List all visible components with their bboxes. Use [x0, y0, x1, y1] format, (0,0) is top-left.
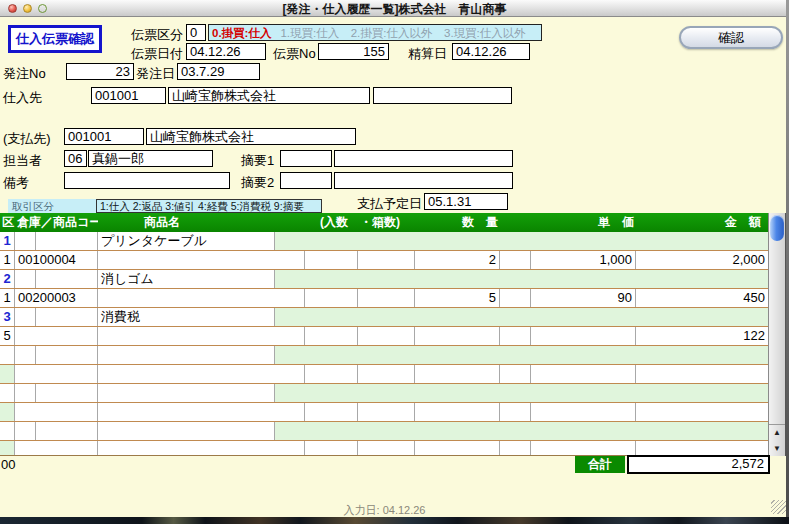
slip-no-field[interactable]: 155 [318, 43, 389, 60]
pay-due-date-label: 支払予定日 [357, 195, 422, 213]
cell-warehouse [15, 270, 36, 288]
header-warehouse-code: 倉庫／商品コード [15, 213, 98, 232]
cell-code: 00200003 [15, 289, 98, 307]
cell-unit [500, 289, 531, 307]
table-row-group[interactable]: 3消費税 [0, 308, 768, 327]
cell-product-name [98, 422, 275, 440]
cell-unit [500, 251, 531, 269]
cell-amount-area [275, 346, 768, 364]
table-row-group[interactable] [0, 422, 768, 441]
cell-pack-box [358, 365, 415, 383]
cell-warehouse [15, 384, 36, 402]
cell-qty [415, 365, 500, 383]
memo-field[interactable] [64, 172, 230, 189]
table-row-detail[interactable]: 100200003590450 [0, 289, 768, 308]
cell-qty: 5 [415, 289, 500, 307]
header-qty: 数 量 [415, 213, 500, 232]
cell-code [36, 422, 98, 440]
summary1-text-field[interactable] [334, 150, 513, 167]
txn-type-legend-label: 取引区分 [8, 199, 96, 213]
table-row-detail[interactable] [0, 403, 768, 422]
cell-kbn [0, 384, 15, 402]
cell-kbn [0, 441, 15, 456]
supplier-extra-field[interactable] [373, 87, 512, 104]
header-price: 単 価 [531, 213, 636, 232]
header-kbn: 区 [0, 213, 15, 232]
cell-pack-box [358, 403, 415, 421]
supplier-code-field[interactable]: 001001 [91, 87, 166, 104]
table-row-group[interactable]: 1プリンタケーブル [0, 232, 768, 251]
summary2-text-field[interactable] [334, 172, 513, 189]
order-date-label: 発注日 [136, 65, 175, 83]
summary1-code-field[interactable] [280, 150, 332, 167]
cell-kbn: 5 [0, 327, 15, 345]
cell-code [15, 441, 98, 456]
cell-code [15, 327, 98, 345]
summary1-label: 摘要1 [241, 152, 274, 170]
order-date-field[interactable]: 03.7.29 [177, 63, 260, 80]
scrollbar-thumb[interactable] [770, 215, 784, 241]
cell-pack-in [305, 441, 358, 456]
supplier-name-field[interactable]: 山崎宝飾株式会社 [168, 87, 370, 104]
confirm-button[interactable]: 確認 [679, 26, 783, 49]
staff-name-field[interactable]: 真鍋一郎 [88, 150, 213, 167]
cell-warehouse [15, 232, 36, 250]
table-row-group[interactable] [0, 346, 768, 365]
payee-name-field[interactable]: 山崎宝飾株式会社 [146, 128, 356, 145]
cell-warehouse [15, 422, 36, 440]
settle-date-field[interactable]: 04.12.26 [452, 43, 530, 60]
settle-date-label: 精算日 [408, 45, 447, 63]
cell-kbn [0, 365, 15, 383]
table-row-detail[interactable]: 10010000421,0002,000 [0, 251, 768, 270]
pay-due-date-field[interactable]: 05.1.31 [424, 193, 508, 210]
cell-pack-in [305, 403, 358, 421]
cell-code [36, 270, 98, 288]
slip-type-field[interactable]: 0 [186, 24, 206, 41]
txn-type-legend-options: 1:仕入 2:返品 3:値引 4:経費 5:消費税 9:摘要 [96, 199, 322, 213]
cell-price [531, 365, 636, 383]
line-items-table: 区 倉庫／商品コード 商品名 (入数 ・箱数) 数 量 単 価 金 額 1プリン… [0, 213, 768, 456]
cell-amount-area [275, 422, 768, 440]
cell-amount [636, 365, 768, 383]
cell-product-name: プリンタケーブル [98, 232, 275, 250]
cell-kbn [0, 403, 15, 421]
staff-code-field[interactable]: 06 [64, 150, 87, 167]
cell-kbn: 1 [0, 251, 15, 269]
table-row-detail[interactable] [0, 441, 768, 456]
header-spacer [500, 213, 531, 232]
slip-type-options: 0.掛買:仕入 1.現買:仕入 2.掛買:仕入以外 3.現買:仕入以外 [208, 24, 542, 41]
table-row-detail[interactable] [0, 365, 768, 384]
table-row-group[interactable] [0, 384, 768, 403]
cell-price: 90 [531, 289, 636, 307]
scroll-up-arrow-icon[interactable]: ▲ [769, 425, 785, 441]
table-row-detail[interactable]: 5122 [0, 327, 768, 346]
slip-type-option-active: 0.掛買:仕入 [209, 26, 271, 40]
cell-pack-box [358, 289, 415, 307]
application-window: [発注・仕入履歴一覧]株式会社 青山商事 仕入伝票確認 伝票区分 0 0.掛買:… [0, 0, 789, 524]
slip-date-field[interactable]: 04.12.26 [186, 43, 266, 60]
cell-price [531, 403, 636, 421]
window-titlebar[interactable]: [発注・仕入履歴一覧]株式会社 青山商事 [0, 0, 789, 17]
payee-code-field[interactable]: 001001 [64, 128, 144, 145]
cell-pack-box [358, 251, 415, 269]
cell-amount-area [275, 232, 768, 250]
order-no-field[interactable]: 23 [66, 63, 134, 80]
header-product-name: 商品名 [98, 213, 305, 232]
cell-product-name [98, 327, 305, 345]
table-row-group[interactable]: 2消しゴム [0, 270, 768, 289]
cell-code [36, 346, 98, 364]
staff-label: 担当者 [3, 152, 42, 170]
cell-amount-area [275, 384, 768, 402]
cell-warehouse [15, 308, 36, 326]
header-pack: (入数 ・箱数) [305, 213, 415, 232]
cell-price [531, 327, 636, 345]
summary2-code-field[interactable] [280, 172, 332, 189]
cell-qty: 2 [415, 251, 500, 269]
resize-grip[interactable] [771, 500, 786, 514]
cell-kbn: 1 [0, 232, 15, 250]
cell-product-name [98, 403, 305, 421]
scroll-down-arrow-icon[interactable]: ▼ [769, 441, 785, 457]
desktop-background-strip [0, 517, 789, 524]
table-scrollbar[interactable]: ▲ ▼ [768, 213, 786, 456]
cell-kbn: 2 [0, 270, 15, 288]
